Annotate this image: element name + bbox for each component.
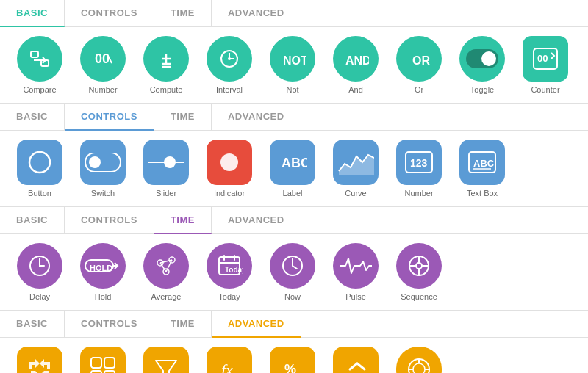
list-item: Filter [138,347,194,373]
svg-point-12 [228,57,231,60]
list-item: Switch [75,140,131,198]
tab-time-2[interactable]: TIME [154,104,212,130]
tab-advanced-1[interactable]: ADVANCED [212,0,301,26]
hold-icon[interactable]: HOLD [80,243,126,289]
pulse-label: Pulse [345,292,366,301]
not-label: Not [286,85,298,94]
list-item: Random [12,347,68,373]
counter-icon[interactable]: 00 [523,36,568,82]
sequence-label: Sequence [401,292,437,301]
list-item: Toggle [454,36,510,94]
label-icon[interactable]: ABC [270,140,315,185]
time-tab-bar: BASIC CONTROLS TIME ADVANCED [0,207,588,234]
compareplus-icon[interactable] [333,347,379,373]
svg-text:HOLD: HOLD [90,264,112,272]
svg-point-24 [164,156,176,168]
tab-controls-2[interactable]: CONTROLS [65,104,154,131]
compare-label: Compare [23,85,56,94]
number-ctrl-label: Number [404,189,433,198]
indicator-icon[interactable] [207,140,252,185]
random-icon[interactable] [17,347,62,373]
now-icon[interactable] [270,243,315,289]
basic-items-row: Compare 00 Number [0,27,588,103]
list-item: Pulse [328,243,384,301]
delay-icon[interactable] [17,243,62,289]
advanced-items-row: Random Scale [0,338,588,373]
svg-text:OR: OR [412,54,430,67]
tab-controls-4[interactable]: CONTROLS [65,311,154,337]
tab-basic-3[interactable]: BASIC [0,207,65,233]
tab-controls-1[interactable]: CONTROLS [65,0,154,26]
list-item: ABC Text Box [454,140,510,198]
button-icon[interactable] [17,140,62,185]
curve-icon[interactable] [333,140,379,185]
tab-controls-3[interactable]: CONTROLS [65,207,154,233]
toggle-icon[interactable] [459,36,505,82]
pulse-icon[interactable] [333,243,379,289]
switch-icon[interactable] [80,140,126,185]
number-icon[interactable]: 00 [80,36,126,82]
computeplus-icon[interactable]: % [270,347,315,373]
tab-time-4[interactable]: TIME [154,311,212,337]
svg-marker-54 [156,361,176,373]
or-label: Or [415,85,423,94]
and-icon[interactable]: AND [333,36,379,82]
list-item: Average [138,243,194,301]
list-item: Button [12,140,68,198]
counter-label: Counter [531,85,559,94]
tab-basic-1[interactable]: BASIC [0,0,65,27]
tab-advanced-2[interactable]: ADVANCED [212,104,301,130]
textbox-icon[interactable]: ABC [459,140,505,185]
svg-rect-50 [91,358,101,368]
list-item: 00 Counter [517,36,573,94]
button-label: Button [28,189,51,198]
list-item: Interval [201,36,257,94]
not-icon[interactable]: NOT [270,36,315,82]
today-icon[interactable]: Today [207,243,252,289]
slider-label: Slider [156,189,176,198]
tab-basic-4[interactable]: BASIC [0,311,65,337]
average-icon[interactable] [143,243,189,289]
tab-advanced-4[interactable]: ADVANCED [212,311,301,338]
svg-point-25 [220,153,238,171]
svg-point-20 [29,152,50,173]
svg-point-17 [481,51,496,66]
list-item: 00 Number [75,36,131,94]
compare-icon[interactable] [17,36,62,82]
filter-icon[interactable] [143,347,189,373]
function-icon[interactable]: fx [207,347,252,373]
advanced-section: BASIC CONTROLS TIME ADVANCED Random [0,311,588,373]
svg-text:00: 00 [537,53,548,64]
list-item: Sequence [391,243,447,301]
interval-label: Interval [216,85,243,94]
slider-icon[interactable] [143,140,189,185]
scale-icon[interactable] [80,347,126,373]
svg-text:%: % [284,362,296,373]
list-item: ComparePlus [328,347,384,373]
list-item: 123 Number [391,140,447,198]
tab-time-3[interactable]: TIME [154,207,212,234]
compute-icon[interactable] [143,36,189,82]
time-section: BASIC CONTROLS TIME ADVANCED Delay [0,207,588,311]
switch-label: Switch [91,189,115,198]
tab-advanced-3[interactable]: ADVANCED [212,207,301,233]
label-label: Label [283,189,303,198]
controls-items-row: Button Switch [0,131,588,206]
basic-section: BASIC CONTROLS TIME ADVANCED Compare [0,0,588,104]
tab-time-1[interactable]: TIME [154,0,212,26]
list-item: Scale [75,347,131,373]
average-label: Average [151,292,182,301]
or-icon[interactable]: OR [396,36,442,82]
sequence-icon[interactable] [396,243,442,289]
indicator-label: Indicator [214,189,245,198]
list-item: Curve [328,140,384,198]
number-ctrl-icon[interactable]: 123 [396,140,442,185]
tab-basic-2[interactable]: BASIC [0,104,65,130]
list-item: Indicator [201,140,257,198]
interval-icon[interactable] [207,36,252,82]
list-item: Today Today [201,243,257,301]
app-container: BASIC CONTROLS TIME ADVANCED Compare [0,0,588,373]
svg-rect-51 [104,358,115,368]
list-item: Compute [138,36,194,94]
valve-icon[interactable] [396,347,442,373]
